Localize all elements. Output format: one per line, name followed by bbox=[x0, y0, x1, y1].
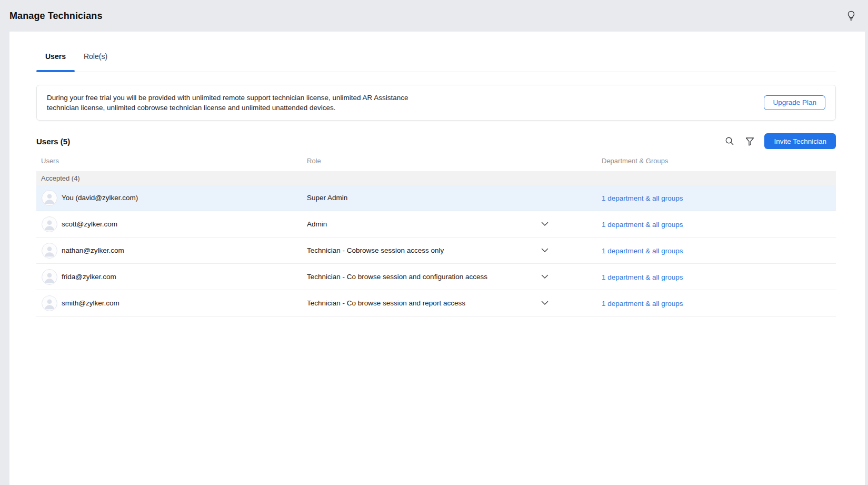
user-name: smith@zylker.com bbox=[62, 299, 119, 307]
role-dropdown[interactable] bbox=[541, 274, 602, 279]
group-header-accepted[interactable]: Accepted (4) bbox=[36, 171, 836, 185]
user-role: Technician - Cobrowse session access onl… bbox=[307, 246, 541, 254]
role-dropdown[interactable] bbox=[541, 248, 602, 253]
table-row[interactable]: You (david@zylker.com) Super Admin 1 dep… bbox=[36, 185, 836, 211]
users-table: Users Role Department & Groups Accepted … bbox=[36, 150, 836, 316]
department-groups-link[interactable]: 1 department & all groups bbox=[602, 247, 683, 255]
user-role: Super Admin bbox=[307, 194, 541, 202]
avatar bbox=[42, 243, 57, 259]
main-content-card: Users Role(s) During your free trial you… bbox=[9, 32, 865, 485]
user-name: scott@zylker.com bbox=[62, 220, 117, 228]
role-dropdown[interactable] bbox=[541, 301, 602, 305]
tab-users[interactable]: Users bbox=[36, 41, 75, 72]
trial-banner-text: During your free trial you will be provi… bbox=[47, 93, 428, 113]
user-name: frida@zylker.com bbox=[62, 273, 116, 281]
avatar bbox=[42, 269, 57, 285]
user-cell: scott@zylker.com bbox=[36, 216, 307, 232]
table-row[interactable]: nathan@zylker.com Technician - Cobrowse … bbox=[36, 237, 836, 264]
filter-icon[interactable] bbox=[743, 135, 756, 147]
column-header-dept: Department & Groups bbox=[602, 157, 836, 165]
tab-roles[interactable]: Role(s) bbox=[75, 41, 116, 72]
column-header-users: Users bbox=[36, 157, 307, 165]
table-row[interactable]: scott@zylker.com Admin 1 department & al… bbox=[36, 211, 836, 237]
chevron-down-icon bbox=[541, 301, 548, 305]
trial-banner: During your free trial you will be provi… bbox=[36, 85, 836, 121]
user-cell: smith@zylker.com bbox=[36, 295, 307, 311]
table-body: You (david@zylker.com) Super Admin 1 dep… bbox=[36, 185, 836, 316]
user-role: Technician - Co browse session and confi… bbox=[307, 273, 541, 281]
chevron-down-icon bbox=[541, 222, 548, 226]
top-header-bar: Manage Technicians bbox=[0, 0, 868, 32]
department-groups-link[interactable]: 1 department & all groups bbox=[602, 221, 683, 229]
search-icon[interactable] bbox=[723, 135, 736, 147]
page-title: Manage Technicians bbox=[9, 11, 103, 22]
users-list-header: Users (5) Invite Technician bbox=[36, 133, 836, 149]
user-role: Technician - Co browse session and repor… bbox=[307, 299, 541, 307]
group-header-label: Accepted (4) bbox=[41, 174, 80, 182]
user-role: Admin bbox=[307, 220, 541, 228]
upgrade-plan-button[interactable]: Upgrade Plan bbox=[764, 95, 825, 110]
chevron-down-icon bbox=[541, 248, 548, 253]
avatar bbox=[42, 295, 57, 311]
avatar bbox=[42, 190, 57, 206]
table-row[interactable]: frida@zylker.com Technician - Co browse … bbox=[36, 264, 836, 290]
users-count-title: Users (5) bbox=[36, 137, 70, 146]
department-groups-link[interactable]: 1 department & all groups bbox=[602, 300, 683, 308]
table-header-row: Users Role Department & Groups bbox=[36, 150, 836, 171]
user-name: You (david@zylker.com) bbox=[62, 194, 138, 202]
tab-users-label: Users bbox=[45, 52, 66, 61]
user-name: nathan@zylker.com bbox=[62, 246, 124, 254]
chevron-down-icon bbox=[541, 274, 548, 279]
users-list-actions: Invite Technician bbox=[723, 133, 836, 149]
lightbulb-icon[interactable] bbox=[845, 9, 857, 22]
tab-bar: Users Role(s) bbox=[36, 32, 836, 72]
user-cell: You (david@zylker.com) bbox=[36, 190, 307, 206]
table-row[interactable]: smith@zylker.com Technician - Co browse … bbox=[36, 290, 836, 316]
column-header-role: Role bbox=[307, 157, 541, 165]
user-cell: frida@zylker.com bbox=[36, 269, 307, 285]
tab-roles-label: Role(s) bbox=[84, 52, 107, 61]
role-dropdown[interactable] bbox=[541, 222, 602, 226]
department-groups-link[interactable]: 1 department & all groups bbox=[602, 273, 683, 281]
user-cell: nathan@zylker.com bbox=[36, 243, 307, 259]
department-groups-link[interactable]: 1 department & all groups bbox=[602, 194, 683, 202]
avatar bbox=[42, 216, 57, 232]
invite-technician-button[interactable]: Invite Technician bbox=[764, 133, 836, 149]
